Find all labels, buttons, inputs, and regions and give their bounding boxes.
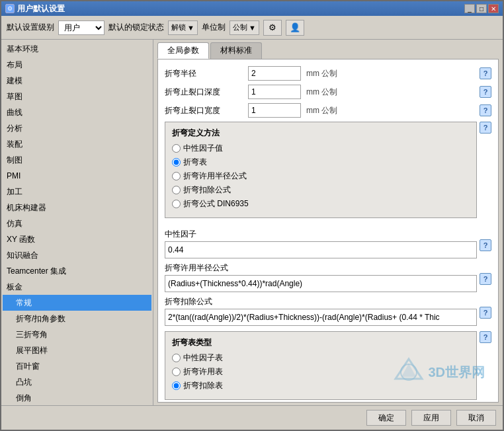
- bend-notch-width-label: 折弯止裂口宽度: [165, 105, 244, 116]
- main-window: ⚙ 用户默认设置 _ □ ✕ 默认设置级别 用户 默认的锁定状态 解锁 ▼ 单位…: [0, 0, 504, 431]
- allowance-formula-input[interactable]: [165, 275, 477, 292]
- neutral-factor-label: 中性因子: [165, 229, 196, 240]
- bend-definition-title: 折弯定义方法: [172, 128, 470, 139]
- bend-definition-help[interactable]: ?: [480, 122, 491, 134]
- sidebar-item-knowledge[interactable]: 知识融合: [3, 247, 151, 263]
- allowance-formula-help[interactable]: ?: [480, 273, 491, 285]
- bend-radius-unit: mm 公制: [306, 68, 337, 79]
- bend-notch-depth-row: 折弯止裂口深度 mm 公制 ?: [165, 85, 491, 99]
- main-content: 基本环境 布局 建模 草图 曲线 分析 装配 制图 PMI 加工 机床构建器 仿…: [1, 40, 503, 405]
- radio-neutral-table[interactable]: 中性因子表: [172, 352, 470, 364]
- sidebar-item-drawing[interactable]: 制图: [3, 152, 151, 168]
- radio-bend-table[interactable]: 折弯表: [172, 157, 470, 168]
- sidebar-item-louver[interactable]: 百叶窗: [3, 358, 151, 374]
- neutral-factor-input[interactable]: [165, 241, 477, 258]
- tab-material-standard[interactable]: 材料标准: [210, 42, 262, 59]
- title-bar: ⚙ 用户默认设置 _ □ ✕: [1, 1, 503, 16]
- window-title: 用户默认设置: [17, 3, 65, 15]
- bottom-bar: 确定 应用 取消: [1, 405, 503, 430]
- allowance-formula-label: 折弯许用半径公式: [165, 263, 228, 272]
- bend-notch-width-help[interactable]: ?: [480, 104, 491, 116]
- sidebar-item-bead[interactable]: 凸坑: [3, 374, 151, 390]
- sidebar-item-simulation[interactable]: 仿真: [3, 216, 151, 231]
- user-icon-btn[interactable]: 👤: [286, 20, 304, 36]
- deduction-formula-label: 折弯扣除公式: [165, 297, 212, 306]
- sidebar-item-assembly[interactable]: 装配: [3, 136, 151, 152]
- bend-notch-depth-help[interactable]: ?: [480, 86, 491, 98]
- bend-radius-row: 折弯半径 mm 公制 ?: [165, 66, 491, 81]
- close-button[interactable]: ✕: [488, 4, 499, 13]
- radio-din6935[interactable]: 折弯公式 DIN6935: [172, 198, 470, 210]
- level-label: 默认设置级别: [7, 22, 54, 33]
- radio-neutral-factor[interactable]: 中性因子值: [172, 143, 470, 154]
- lock-dropdown[interactable]: 解锁 ▼: [168, 20, 198, 35]
- radio-deduction-table[interactable]: 折弯扣除表: [172, 380, 470, 391]
- bend-radius-help[interactable]: ?: [480, 67, 491, 79]
- sidebar-item-xy-func[interactable]: XY 函数: [3, 231, 151, 247]
- sidebar-item-sketch[interactable]: 草图: [3, 89, 151, 104]
- toolbar: 默认设置级别 用户 默认的锁定状态 解锁 ▼ 单位制 公制 ▼ ⚙ 👤: [1, 16, 503, 40]
- tab-content-area: 折弯半径 mm 公制 ? 折弯止裂口深度 mm 公制 ? 折弯止裂口宽度 mm …: [157, 59, 499, 403]
- sidebar-item-machine-builder[interactable]: 机床构建器: [3, 200, 151, 216]
- unit-label: 单位制: [202, 22, 226, 33]
- bend-table-type-title: 折弯表类型: [172, 337, 470, 348]
- cancel-button[interactable]: 取消: [456, 410, 496, 426]
- sidebar-item-modeling[interactable]: 建模: [3, 73, 151, 89]
- sidebar-item-analysis[interactable]: 分析: [3, 120, 151, 136]
- bend-notch-depth-unit: mm 公制: [306, 87, 337, 98]
- sidebar-item-machining[interactable]: 加工: [3, 184, 151, 200]
- bend-notch-width-unit: mm 公制: [306, 105, 337, 116]
- bend-notch-width-input[interactable]: [248, 103, 301, 118]
- level-select[interactable]: 用户: [58, 20, 105, 35]
- lock-label: 默认的锁定状态: [108, 22, 164, 33]
- radio-allowance-table[interactable]: 折弯许用表: [172, 366, 470, 377]
- sidebar-item-triple-bend[interactable]: 三折弯角: [3, 327, 151, 342]
- bend-definition-box: 折弯定义方法 中性因子值 折弯表 折弯许用半径公式 折弯扣除公式: [165, 122, 477, 218]
- radio-allowance-formula[interactable]: 折弯许用半径公式: [172, 171, 470, 182]
- radio-deduction-formula[interactable]: 折弯扣除公式: [172, 184, 470, 196]
- minimize-button[interactable]: _: [464, 4, 475, 13]
- tab-bar: 全局参数 材料标准: [153, 40, 503, 59]
- right-panel: 全局参数 材料标准 折弯半径 mm 公制 ? 折弯止裂口深度 mm 公制 ?: [153, 40, 503, 405]
- bend-radius-input[interactable]: [248, 66, 301, 81]
- sidebar-item-regular[interactable]: 常规: [3, 295, 151, 311]
- sidebar-item-chamfer[interactable]: 倒角: [3, 390, 151, 405]
- bend-table-type-box: 折弯表类型 中性因子表 折弯许用表 折弯扣除表: [165, 331, 477, 400]
- deduction-formula-input[interactable]: [165, 309, 477, 326]
- bend-table-type-help[interactable]: ?: [480, 331, 491, 343]
- maximize-button[interactable]: □: [476, 4, 487, 13]
- bend-notch-depth-label: 折弯止裂口深度: [165, 87, 244, 98]
- sidebar-item-curve[interactable]: 曲线: [3, 104, 151, 120]
- bend-notch-depth-input[interactable]: [248, 85, 301, 99]
- sidebar-item-flat-pattern[interactable]: 展平图样: [3, 342, 151, 358]
- sidebar-item-teamcenter[interactable]: Teamcenter 集成: [3, 263, 151, 279]
- bend-notch-width-row: 折弯止裂口宽度 mm 公制 ?: [165, 103, 491, 118]
- apply-button[interactable]: 应用: [411, 410, 451, 426]
- tab-global-params[interactable]: 全局参数: [157, 42, 209, 59]
- neutral-factor-help[interactable]: ?: [480, 239, 491, 251]
- sidebar-item-pmi[interactable]: PMI: [3, 168, 151, 184]
- settings-icon-btn[interactable]: ⚙: [263, 20, 282, 36]
- title-bar-left: ⚙ 用户默认设置: [5, 3, 65, 15]
- sidebar: 基本环境 布局 建模 草图 曲线 分析 装配 制图 PMI 加工 机床构建器 仿…: [1, 40, 153, 405]
- sidebar-item-basic-env[interactable]: 基本环境: [3, 41, 151, 57]
- deduction-formula-help[interactable]: ?: [480, 307, 491, 319]
- title-controls: _ □ ✕: [464, 4, 499, 13]
- ok-button[interactable]: 确定: [366, 410, 406, 426]
- bend-radius-label: 折弯半径: [165, 68, 244, 79]
- sidebar-item-layout[interactable]: 布局: [3, 57, 151, 73]
- window-icon: ⚙: [5, 4, 15, 13]
- unit-dropdown[interactable]: 公制 ▼: [230, 20, 259, 35]
- sidebar-item-bend-params[interactable]: 折弯/扣角参数: [3, 311, 151, 327]
- sidebar-item-sheetmetal[interactable]: 板金: [3, 279, 151, 295]
